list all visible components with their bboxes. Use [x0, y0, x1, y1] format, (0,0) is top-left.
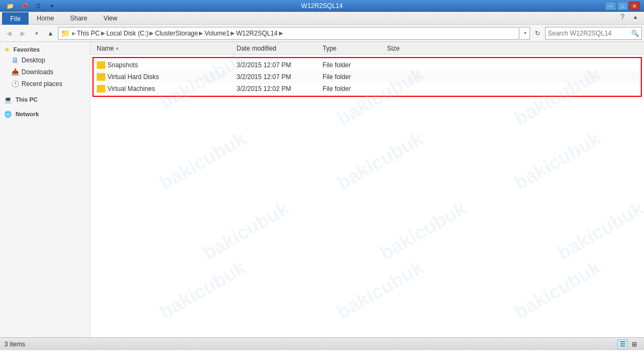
column-header-size[interactable]: Size [383, 45, 437, 52]
details-view-button[interactable]: ☰ [617, 339, 628, 349]
ribbon-help-btn[interactable]: ? [616, 10, 629, 23]
tab-share[interactable]: Share [62, 12, 95, 24]
file-name-text-snapshots: Snapshots [108, 61, 138, 69]
file-area: Name ▲ Date modified Type Size Snapshots… [90, 42, 644, 337]
sidebar-thispc-header[interactable]: 💻 This PC [0, 94, 90, 104]
watermark-4: bakicubuk [155, 127, 249, 194]
folder-icon-snapshots [97, 61, 105, 69]
network-label: Network [16, 111, 39, 117]
column-headers: Name ▲ Date modified Type Size [90, 42, 644, 55]
watermark-12: bakicubuk [510, 256, 604, 323]
window-controls: ─ □ ✕ [605, 2, 640, 10]
file-row-vhd[interactable]: Virtual Hard Disks 3/2/2015 12:07 PM Fil… [95, 71, 640, 83]
watermark-9: bakicubuk [553, 197, 644, 264]
file-date-vhd: 3/2/2015 12:07 PM [237, 73, 323, 81]
thispc-icon: 💻 [4, 96, 12, 103]
large-icons-view-button[interactable]: ⊞ [629, 339, 640, 349]
search-box[interactable]: 🔍 [545, 27, 642, 40]
path-arrow-5: ▶ [279, 30, 283, 36]
col-name-label: Name [97, 45, 114, 52]
new-folder-tb-btn[interactable]: 📁 [4, 1, 16, 11]
file-name-snapshots: Snapshots [97, 61, 237, 69]
status-bar: 3 items ☰ ⊞ [0, 337, 644, 350]
minimize-button[interactable]: ─ [605, 2, 616, 10]
recent-icon: 🕐 [11, 80, 19, 88]
close-button[interactable]: ✕ [629, 2, 640, 10]
desktop-icon: 🖥 [11, 56, 19, 65]
column-header-name[interactable]: Name ▲ [92, 45, 232, 52]
ribbon-tabs: File Home Share View ? ▲ [0, 12, 644, 25]
search-icon: 🔍 [631, 30, 639, 37]
sidebar-divider-2 [0, 104, 90, 109]
path-arrow-1: ▶ [101, 30, 105, 36]
address-bar: ◀ ▶ ▾ ▲ 📁 ▶ This PC ▶ Local Disk (C:) ▶ … [0, 25, 644, 42]
path-arrow-0: ▶ [72, 31, 76, 36]
this-pc-label: This PC [16, 96, 38, 103]
sidebar-item-downloads-label: Downloads [22, 68, 53, 76]
path-segment-localdisk[interactable]: Local Disk (C:) [106, 30, 149, 37]
sidebar-item-downloads[interactable]: 📥 Downloads [0, 66, 90, 78]
col-type-label: Type [323, 45, 337, 52]
main-area: ★ Favorites 🖥 Desktop 📥 Downloads 🕐 Rece… [0, 42, 644, 337]
watermark-7: bakicubuk [198, 197, 292, 264]
tab-file[interactable]: File [2, 12, 28, 25]
watermark-11: bakicubuk [333, 256, 427, 323]
sidebar-item-desktop-label: Desktop [22, 56, 45, 64]
file-name-text-vhd: Virtual Hard Disks [108, 73, 159, 81]
properties-tb-btn[interactable]: 🗒 [32, 1, 44, 11]
path-segment-clusterstorage[interactable]: ClusterStorage [155, 30, 198, 37]
path-segment-volume1[interactable]: Volume1 [204, 30, 230, 37]
title-bar-left: 📁 📌 🗒 ▾ [4, 1, 58, 11]
path-segment-w12r2sql14[interactable]: W12R2SQL14 [236, 30, 277, 37]
file-row-snapshots[interactable]: Snapshots 3/2/2015 12:07 PM File folder [95, 59, 640, 71]
network-icon: 🌐 [4, 111, 12, 117]
sidebar-item-recent[interactable]: 🕐 Recent places [0, 78, 90, 90]
path-folder-icon: 📁 [61, 29, 70, 38]
watermark-8: bakicubuk [376, 197, 470, 264]
folder-icon-vhd [97, 73, 105, 81]
column-header-date[interactable]: Date modified [232, 45, 318, 52]
address-path[interactable]: 📁 ▶ This PC ▶ Local Disk (C:) ▶ ClusterS… [58, 27, 519, 40]
file-date-vm: 3/2/2015 12:02 PM [237, 85, 323, 93]
tab-home[interactable]: Home [28, 12, 62, 24]
watermark-10: bakicubuk [155, 256, 249, 323]
favorites-label: Favorites [13, 46, 40, 53]
sidebar-item-desktop[interactable]: 🖥 Desktop [0, 54, 90, 66]
column-header-type[interactable]: Type [318, 45, 383, 52]
sidebar-item-recent-label: Recent places [22, 80, 62, 88]
tab-view[interactable]: View [95, 12, 125, 24]
sidebar: ★ Favorites 🖥 Desktop 📥 Downloads 🕐 Rece… [0, 42, 90, 337]
file-date-snapshots: 3/2/2015 12:07 PM [237, 61, 323, 69]
refresh-button[interactable]: ↻ [531, 27, 544, 40]
file-type-vhd: File folder [323, 73, 387, 81]
maximize-button[interactable]: □ [617, 2, 628, 10]
file-row-vm[interactable]: Virtual Machines 3/2/2015 12:02 PM File … [95, 83, 640, 95]
dropdown-tb-btn[interactable]: ▾ [46, 1, 58, 11]
col-date-label: Date modified [237, 45, 276, 52]
path-segment-thispc[interactable]: This PC [77, 30, 100, 37]
sidebar-favorites-header[interactable]: ★ Favorites [0, 44, 90, 54]
downloads-icon: 📥 [11, 68, 19, 76]
search-input[interactable] [548, 30, 631, 37]
file-list-container: Snapshots 3/2/2015 12:07 PM File folder … [92, 57, 642, 97]
watermark-5: bakicubuk [333, 127, 427, 194]
back-button[interactable]: ◀ [2, 27, 15, 40]
file-name-text-vm: Virtual Machines [108, 85, 155, 93]
folder-icon-vm [97, 85, 105, 93]
sidebar-network-header[interactable]: 🌐 Network [0, 109, 90, 119]
col-size-label: Size [387, 45, 399, 52]
file-name-vm: Virtual Machines [97, 85, 237, 93]
forward-button[interactable]: ▶ [16, 27, 29, 40]
pin-tb-btn[interactable]: 📌 [18, 1, 30, 11]
item-count: 3 items [4, 340, 25, 348]
path-arrow-2: ▶ [149, 30, 154, 36]
sidebar-divider-1 [0, 90, 90, 94]
ribbon-collapse-btn[interactable]: ▲ [629, 10, 642, 23]
up-button[interactable]: ▲ [44, 27, 57, 40]
file-type-snapshots: File folder [323, 61, 387, 69]
file-name-vhd: Virtual Hard Disks [97, 73, 237, 81]
recent-locations-button[interactable]: ▾ [30, 27, 43, 40]
address-dropdown-button[interactable]: ▾ [520, 27, 530, 40]
sort-arrow-icon: ▲ [115, 46, 119, 51]
path-arrow-3: ▶ [199, 30, 203, 36]
